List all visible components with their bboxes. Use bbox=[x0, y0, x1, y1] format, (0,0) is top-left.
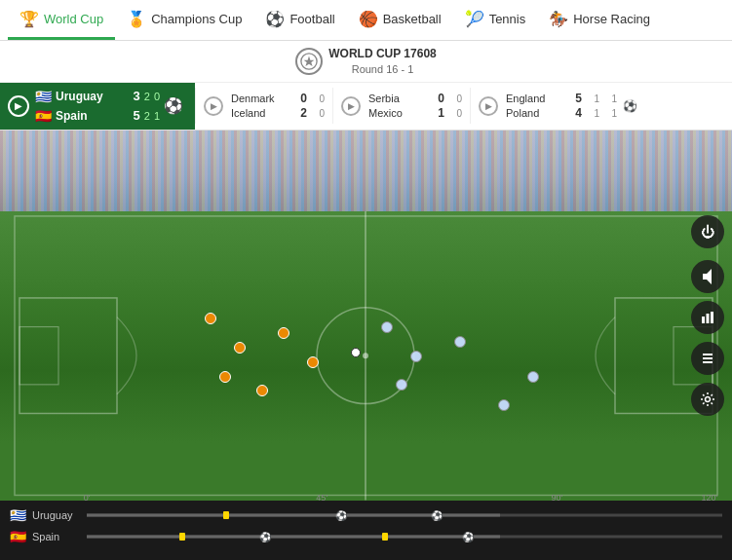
nav-item-tennis[interactable]: 🎾 Tennis bbox=[453, 0, 538, 40]
svg-rect-14 bbox=[703, 354, 713, 355]
video-controls: ⏻ bbox=[691, 215, 724, 416]
volume-button[interactable] bbox=[691, 260, 724, 293]
cup-title: WORLD CUP 17608 bbox=[328, 47, 436, 62]
match2-team1-name: Serbia bbox=[368, 93, 427, 104]
match1-team2-score2: 0 bbox=[311, 108, 325, 119]
match1-team1-score: 0 bbox=[293, 92, 307, 105]
featured-team2-score3: 1 bbox=[154, 110, 160, 122]
nav-item-basketball[interactable]: 🏀 Basketball bbox=[347, 0, 453, 40]
nav-bar: 🏆 World Cup 🏅 Champions Cup ⚽ Football 🏀… bbox=[0, 0, 732, 41]
play-button-3[interactable]: ▶ bbox=[479, 96, 498, 116]
trophy-icon: 🏆 bbox=[19, 10, 39, 28]
match3-team2-score3: 1 bbox=[603, 108, 617, 119]
play-button-1[interactable]: ▶ bbox=[204, 96, 223, 116]
medal-icon: 🏅 bbox=[127, 10, 146, 28]
nav-item-world-cup[interactable]: 🏆 World Cup bbox=[8, 0, 115, 40]
timeline-track-1[interactable]: 0' 45' 90' 120' ⚽ ⚽ bbox=[87, 506, 722, 524]
match2-teams: Serbia 0 0 Mexico 1 0 bbox=[368, 92, 462, 120]
match-block-2: ▶ Serbia 0 0 Mexico 1 0 bbox=[332, 88, 470, 124]
cup-logo bbox=[295, 48, 323, 75]
match2-team1: Serbia 0 0 bbox=[368, 92, 462, 105]
horse-icon: 🏇 bbox=[549, 10, 568, 28]
featured-team2-score2: 2 bbox=[144, 110, 150, 122]
timeline-row-1: 🇺🇾 Uruguay 0' 45' 90' 120' ⚽ ⚽ bbox=[10, 506, 722, 524]
featured-team1-score: 3 bbox=[134, 89, 140, 103]
timeline-flag-1: 🇺🇾 bbox=[10, 507, 26, 523]
other-matches: ▶ Denmark 0 0 Iceland 2 0 ▶ Serbia 0 bbox=[195, 83, 732, 130]
nav-item-horse-racing[interactable]: 🏇 Horse Racing bbox=[537, 0, 662, 40]
match3-team2-name: Poland bbox=[506, 107, 564, 119]
featured-team1-row: 🇺🇾 Uruguay 3 2 0 bbox=[35, 87, 160, 106]
match3-team1-score3: 1 bbox=[603, 93, 617, 104]
match3-team1: England 5 1 1 bbox=[506, 92, 617, 105]
featured-match: ▶ 🇺🇾 Uruguay 3 2 0 🇪🇸 Spain 5 2 1 bbox=[0, 83, 195, 130]
featured-play-button[interactable]: ▶ bbox=[8, 95, 29, 117]
uruguay-flag: 🇺🇾 bbox=[35, 89, 52, 104]
svg-rect-16 bbox=[703, 361, 713, 363]
timeline-goal-1b: ⚽ bbox=[431, 509, 443, 520]
match1-team1-score2: 0 bbox=[311, 93, 325, 104]
timeline-team1-name: Uruguay bbox=[32, 509, 81, 521]
svg-rect-13 bbox=[711, 312, 713, 323]
svg-point-17 bbox=[706, 396, 711, 401]
timeline-team2-name: Spain bbox=[32, 531, 81, 542]
match2-team2-name: Mexico bbox=[368, 107, 427, 119]
match3-team2-score: 4 bbox=[568, 106, 582, 120]
timeline-goal-2b: ⚽ bbox=[462, 531, 474, 541]
nav-item-champions-cup[interactable]: 🏅 Champions Cup bbox=[115, 0, 253, 40]
players-layer bbox=[0, 211, 732, 500]
timeline-track-bar-1 bbox=[87, 513, 722, 516]
match2-team2-score2: 0 bbox=[448, 108, 462, 119]
featured-team1-score2: 2 bbox=[144, 91, 150, 102]
timeline-label-120: 120' bbox=[702, 493, 718, 503]
list-button[interactable] bbox=[691, 342, 724, 375]
featured-team1-score3: 0 bbox=[154, 91, 160, 102]
play-button-2[interactable]: ▶ bbox=[341, 96, 361, 116]
featured-team1-name: Uruguay bbox=[56, 90, 130, 103]
timeline-yellow-2a bbox=[179, 533, 185, 541]
spain-flag: 🇪🇸 bbox=[35, 108, 52, 124]
match3-team1-score: 5 bbox=[568, 92, 582, 105]
match1-team2-name: Iceland bbox=[231, 107, 289, 119]
match1-team1-name: Denmark bbox=[231, 93, 289, 104]
round-label: Round 16 - 1 bbox=[328, 62, 436, 76]
timeline-goal-1a: ⚽ bbox=[335, 509, 347, 520]
tennis-icon: 🎾 bbox=[465, 10, 484, 28]
featured-team2-score: 5 bbox=[134, 108, 140, 123]
crowd-texture bbox=[0, 131, 732, 212]
cup-title-block: WORLD CUP 17608 Round 16 - 1 bbox=[328, 47, 436, 76]
football-icon: ⚽ bbox=[265, 10, 285, 28]
timeline-progress-2 bbox=[87, 535, 500, 538]
scores-row: ▶ 🇺🇾 Uruguay 3 2 0 🇪🇸 Spain 5 2 1 bbox=[0, 83, 732, 131]
featured-team2-row: 🇪🇸 Spain 5 2 1 bbox=[35, 106, 160, 126]
featured-ball-icon: ⚽ bbox=[164, 96, 183, 115]
nav-item-football[interactable]: ⚽ Football bbox=[253, 0, 346, 40]
match2-team2: Mexico 1 0 bbox=[368, 106, 462, 120]
timeline-goal-2a: ⚽ bbox=[259, 531, 271, 541]
match3-ball-icon: ⚽ bbox=[623, 99, 637, 113]
svg-rect-15 bbox=[703, 357, 713, 359]
match-header: WORLD CUP 17608 Round 16 - 1 bbox=[0, 41, 732, 83]
match1-team2: Iceland 2 0 bbox=[231, 106, 325, 120]
power-button[interactable]: ⏻ bbox=[691, 215, 724, 248]
timeline-flag-2: 🇪🇸 bbox=[10, 529, 26, 544]
svg-rect-11 bbox=[702, 317, 705, 323]
match-block-3: ▶ England 5 1 1 Poland 4 1 1 ⚽ bbox=[470, 88, 647, 124]
timeline-track-2[interactable]: ⚽ ⚽ bbox=[87, 528, 722, 545]
match-block-1: ▶ Denmark 0 0 Iceland 2 0 bbox=[195, 88, 332, 124]
match1-teams: Denmark 0 0 Iceland 2 0 bbox=[231, 92, 325, 120]
match3-teams: England 5 1 1 Poland 4 1 1 bbox=[506, 92, 617, 120]
settings-button[interactable] bbox=[691, 383, 724, 416]
basketball-icon: 🏀 bbox=[359, 10, 378, 28]
stats-button[interactable] bbox=[691, 301, 724, 334]
svg-marker-1 bbox=[304, 56, 315, 66]
timeline-row-2: 🇪🇸 Spain ⚽ ⚽ bbox=[10, 528, 722, 545]
field-area bbox=[0, 211, 732, 500]
timeline-label-90: 90' bbox=[552, 493, 563, 503]
timeline-yellow-2b bbox=[382, 533, 388, 541]
svg-rect-12 bbox=[707, 314, 710, 323]
match3-team2-score2: 1 bbox=[586, 108, 599, 119]
timeline-yellow-1a bbox=[223, 511, 229, 519]
timeline-area: 🇺🇾 Uruguay 0' 45' 90' 120' ⚽ ⚽ 🇪🇸 Spain bbox=[0, 501, 732, 560]
timeline-label-0: 0' bbox=[84, 493, 91, 503]
